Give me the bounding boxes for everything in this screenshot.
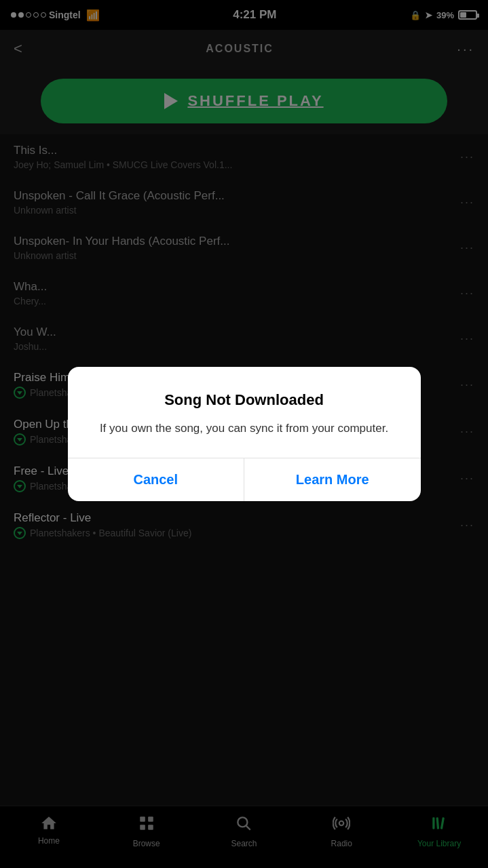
modal-title: Song Not Downloaded: [95, 391, 394, 409]
modal-overlay: Song Not Downloaded If you own the song,…: [0, 0, 488, 868]
modal-message: If you own the song, you can sync it fro…: [95, 420, 394, 437]
modal-content: Song Not Downloaded If you own the song,…: [68, 367, 421, 437]
cancel-button[interactable]: Cancel: [68, 458, 244, 501]
song-not-downloaded-modal: Song Not Downloaded If you own the song,…: [68, 367, 421, 501]
modal-buttons: Cancel Learn More: [68, 458, 421, 501]
learn-more-button[interactable]: Learn More: [244, 458, 421, 501]
